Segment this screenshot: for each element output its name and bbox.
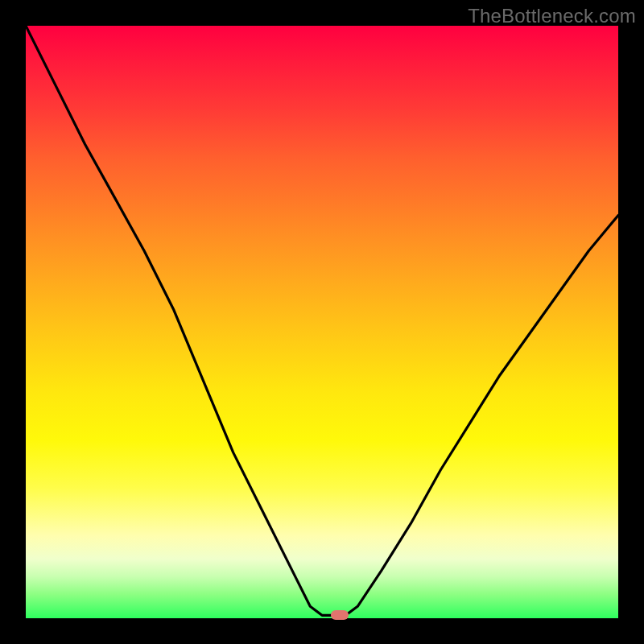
watermark-text: TheBottleneck.com (468, 5, 636, 27)
chart-frame: TheBottleneck.com (0, 0, 644, 644)
optimal-marker (331, 610, 349, 620)
chart-plot-area (26, 26, 618, 618)
bottleneck-curve (26, 26, 618, 618)
curve-path (26, 26, 618, 615)
